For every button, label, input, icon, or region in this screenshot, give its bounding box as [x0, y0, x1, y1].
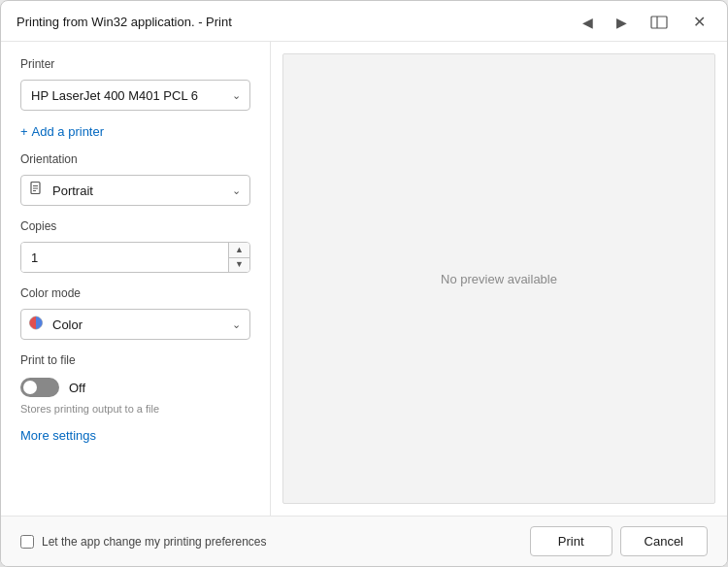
- color-mode-label: Color mode: [20, 286, 250, 300]
- preview-toggle-button[interactable]: [646, 14, 672, 31]
- color-select-wrapper: Color Black and White ⌄: [20, 309, 250, 340]
- printer-select-wrapper: HP LaserJet 400 M401 PCL 6 ⌄: [20, 80, 250, 111]
- copies-spinners: ▲ ▼: [228, 243, 249, 272]
- svg-rect-0: [651, 17, 667, 28]
- printing-preferences-checkbox[interactable]: [20, 535, 34, 549]
- close-button[interactable]: ✕: [687, 13, 711, 32]
- copies-input[interactable]: [21, 243, 228, 272]
- nav-forward-button[interactable]: ▶: [612, 13, 631, 32]
- nav-back-button[interactable]: ◀: [579, 13, 597, 32]
- bottom-buttons: Print Cancel: [530, 526, 708, 556]
- copies-label: Copies: [20, 219, 250, 233]
- print-to-file-toggle[interactable]: [20, 378, 59, 397]
- more-settings-link[interactable]: More settings: [20, 428, 250, 443]
- copies-decrement-button[interactable]: ▼: [229, 257, 249, 273]
- orientation-section: Orientation Portrait Landscape: [20, 152, 250, 206]
- bottom-bar: Let the app change my printing preferenc…: [1, 516, 727, 566]
- toggle-row: Off: [20, 378, 250, 397]
- add-printer-plus-icon: +: [20, 124, 28, 139]
- title-bar: Printing from Win32 application. - Print…: [1, 1, 727, 42]
- add-printer-label: Add a printer: [32, 124, 104, 139]
- cancel-button[interactable]: Cancel: [620, 526, 708, 556]
- copies-wrapper: ▲ ▼: [20, 242, 250, 273]
- title-bar-left: Printing from Win32 application. - Print: [17, 15, 232, 29]
- add-printer-link[interactable]: + Add a printer: [20, 124, 250, 139]
- copies-increment-button[interactable]: ▲: [229, 243, 249, 257]
- print-to-file-hint: Stores printing output to a file: [20, 403, 250, 415]
- color-mode-select[interactable]: Color Black and White: [20, 309, 250, 340]
- printing-preferences-checkbox-label[interactable]: Let the app change my printing preferenc…: [20, 535, 266, 549]
- more-settings-label: More settings: [20, 428, 96, 443]
- title-bar-right: ◀ ▶ ✕: [579, 13, 711, 32]
- printing-preferences-label: Let the app change my printing preferenc…: [42, 535, 266, 549]
- orientation-select[interactable]: Portrait Landscape: [20, 175, 250, 206]
- print-dialog: Printing from Win32 application. - Print…: [0, 0, 728, 567]
- color-mode-section: Color mode Color Black and White ⌄: [20, 286, 250, 340]
- printer-section: Printer HP LaserJet 400 M401 PCL 6 ⌄: [20, 57, 250, 111]
- toggle-thumb: [23, 381, 37, 394]
- toggle-off-label: Off: [69, 381, 85, 395]
- printer-select[interactable]: HP LaserJet 400 M401 PCL 6: [20, 80, 250, 111]
- main-content: Printer HP LaserJet 400 M401 PCL 6 ⌄ + A…: [1, 42, 727, 516]
- orientation-label: Orientation: [20, 152, 250, 166]
- no-preview-text: No preview available: [441, 272, 557, 286]
- dialog-title: Printing from Win32 application. - Print: [17, 15, 232, 29]
- preview-panel: No preview available: [282, 53, 715, 504]
- left-panel: Printer HP LaserJet 400 M401 PCL 6 ⌄ + A…: [1, 42, 271, 516]
- orientation-select-wrapper: Portrait Landscape ⌄: [20, 175, 250, 206]
- print-to-file-section: Print to file Off Stores printing output…: [20, 353, 250, 415]
- copies-section: Copies ▲ ▼: [20, 219, 250, 273]
- print-to-file-label: Print to file: [20, 353, 250, 367]
- printer-label: Printer: [20, 57, 250, 71]
- print-button[interactable]: Print: [530, 526, 612, 556]
